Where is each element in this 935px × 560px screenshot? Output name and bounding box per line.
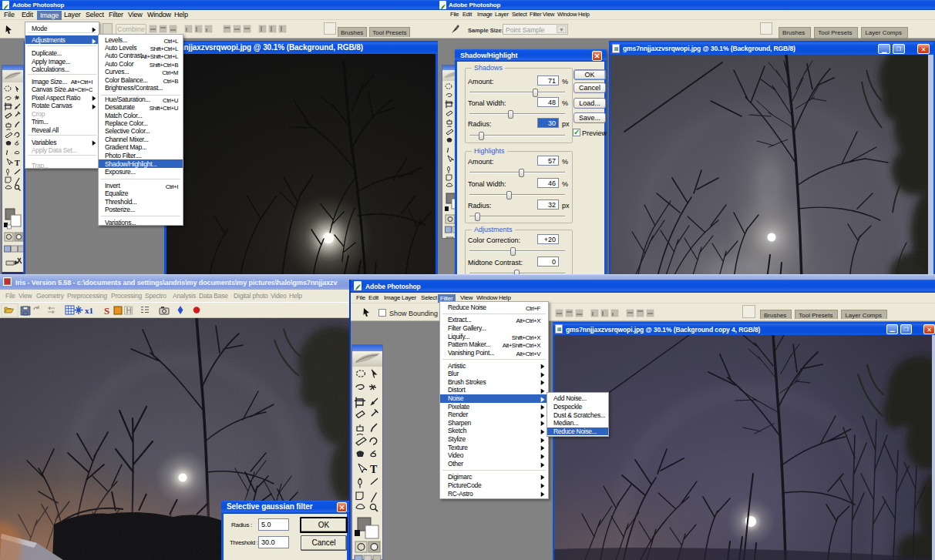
svg-text:T: T — [15, 159, 20, 167]
svg-text:x1: x1 — [85, 306, 93, 315]
svg-text:S: S — [104, 305, 109, 317]
svg-text:H: H — [126, 307, 132, 315]
svg-text:T: T — [370, 464, 378, 475]
